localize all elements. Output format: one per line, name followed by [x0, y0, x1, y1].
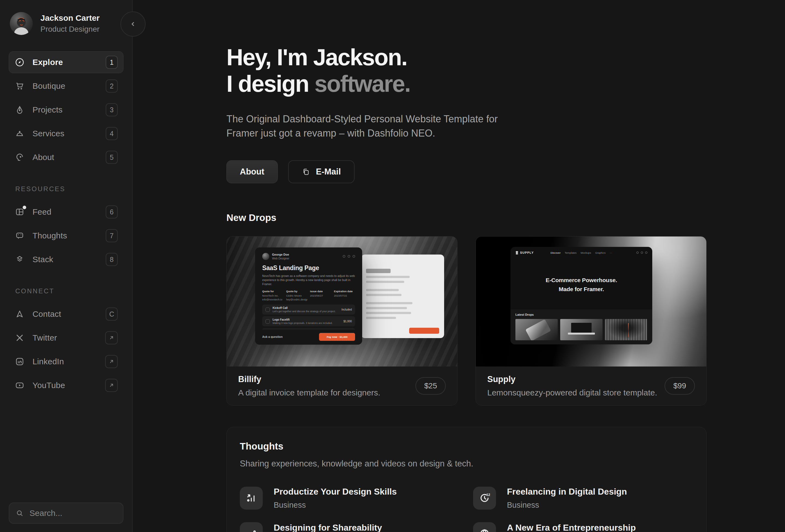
- about-button-label: About: [240, 167, 264, 177]
- billify-card-footer: Billify A digital invoice template for d…: [227, 366, 457, 405]
- thought-title: Designing for Shareability: [274, 523, 382, 532]
- compass-icon: [15, 57, 25, 68]
- sidebar-item-stack[interactable]: Stack 8: [9, 249, 124, 270]
- meta-label: Issue date: [310, 290, 331, 293]
- thought-title: A New Era of Entrepreneurship: [507, 523, 636, 532]
- resources-nav: Feed 6 Thoughts 7 Stack 8: [9, 201, 124, 270]
- invoice-author-avatar: [262, 253, 269, 260]
- product-name: Billify: [238, 374, 415, 384]
- sidebar-item-explore[interactable]: Explore 1: [9, 51, 124, 73]
- sidebar-item-label: About: [32, 153, 106, 162]
- thought-item-freelancing[interactable]: 12 Freelancing in Digital Design Busines…: [473, 487, 693, 510]
- invoice-row: Kickoff Call Let's get together and disc…: [262, 305, 355, 314]
- supply-headline-line2: Made for Framer.: [510, 284, 652, 294]
- sidebar-item-twitter[interactable]: Twitter: [9, 327, 124, 349]
- feed-icon: [15, 207, 25, 217]
- email-button-label: E-Mail: [316, 167, 341, 177]
- sidebar-item-label: Twitter: [32, 333, 105, 343]
- line-item-desc: Let's get together and discuss the strat…: [273, 310, 336, 313]
- profile-name: Jackson Carter: [41, 14, 100, 23]
- product-name: Supply: [487, 374, 664, 384]
- meta-value: Cédric Moore: [286, 294, 308, 298]
- search-bar[interactable]: S: [9, 503, 124, 524]
- chart-growth-icon: [240, 487, 263, 510]
- shortcut-badge: 2: [106, 79, 118, 93]
- search-input[interactable]: [29, 508, 135, 518]
- supply-headline-line1: E-Commerce Powerhouse.: [510, 276, 652, 285]
- hero-line2-white: I design: [226, 71, 309, 97]
- supply-logo: SUPPLY: [515, 251, 534, 255]
- shortcut-badge: C: [106, 307, 118, 321]
- avatar: [10, 12, 33, 35]
- product-card-supply[interactable]: SUPPLY Discover Templates Mockups Graphi…: [476, 236, 707, 406]
- thought-item-productize[interactable]: Productize Your Design Skills Business: [240, 487, 460, 510]
- sidebar-item-boutique[interactable]: Boutique 2: [9, 75, 124, 97]
- profile[interactable]: Jackson Carter Product Designer: [9, 12, 124, 35]
- thought-item-entrepreneurship[interactable]: A New Era of Entrepreneurship: [473, 522, 693, 532]
- invoice-footer: Ask a question Pay now · $3,400: [255, 330, 362, 345]
- supply-card-footer: Supply Lemonsqueezy-powered digital stor…: [476, 366, 706, 405]
- sidebar-item-about[interactable]: About 5: [9, 146, 124, 168]
- pen-nib-icon: [15, 105, 25, 115]
- thoughts-section: Thoughts Sharing experiences, knowledge …: [226, 427, 707, 532]
- supply-headline: E-Commerce Powerhouse. Made for Framer.: [510, 276, 652, 294]
- line-item-icon: [265, 307, 270, 312]
- hero-line2-gray: software.: [314, 71, 410, 97]
- feed-notification-dot: [23, 206, 26, 209]
- about-button[interactable]: About: [226, 160, 278, 183]
- email-button[interactable]: E-Mail: [288, 160, 355, 183]
- sidebar-item-linkedin[interactable]: LinkedIn: [9, 351, 124, 373]
- sidebar-item-feed[interactable]: Feed 6: [9, 201, 124, 223]
- sidebar-item-label: Stack: [32, 255, 106, 264]
- thought-item-shareability[interactable]: Designing for Shareability: [240, 522, 460, 532]
- resources-section-label: RESOURCES: [15, 185, 124, 193]
- invoice-row: Logo Facelift Making 3 new logo proposal…: [262, 316, 355, 326]
- product-price-badge: $99: [664, 377, 695, 395]
- sidebar-item-label: Thoughts: [32, 231, 106, 240]
- invoice-description: NovoTech has grown as a software company…: [262, 274, 355, 286]
- profile-text: Jackson Carter Product Designer: [41, 14, 100, 33]
- product-card-billify[interactable]: George Doe Web Designer SaaS Landing Pag…: [226, 236, 457, 406]
- invoice-question-link: Ask a question: [262, 335, 283, 338]
- billify-preview-image: George Doe Web Designer SaaS Landing Pag…: [227, 236, 457, 366]
- meta-label: Expiration date: [334, 290, 355, 293]
- supply-preview-image: SUPPLY Discover Templates Mockups Graphi…: [476, 236, 706, 366]
- supply-logo-text: SUPPLY: [520, 251, 534, 254]
- sidebar-item-thoughts[interactable]: Thoughts 7: [9, 225, 124, 247]
- supply-nav-item: Mockups: [581, 251, 591, 254]
- primary-nav: Explore 1 Boutique 2 Projects 3: [9, 51, 124, 168]
- trend-line-icon: [240, 522, 263, 532]
- billify-light-cta: [409, 328, 439, 334]
- svg-text:12: 12: [486, 493, 490, 497]
- main-content: Hey, I'm Jackson. I design software. The…: [133, 0, 785, 532]
- sidebar-item-label: Contact: [32, 309, 106, 319]
- external-link-icon: [105, 355, 118, 368]
- sidebar-item-contact[interactable]: Contact C: [9, 303, 124, 325]
- supply-latest-drops: Latest Drops: [510, 309, 652, 345]
- sidebar-collapse-button[interactable]: [121, 11, 146, 36]
- shortcut-badge: 8: [106, 253, 118, 266]
- line-item-price: Included: [341, 308, 352, 311]
- supply-nav-item: Templates: [565, 251, 577, 254]
- globe-icon: [473, 522, 496, 532]
- external-link-icon: [105, 331, 118, 345]
- sidebar-item-projects[interactable]: Projects 3: [9, 99, 124, 121]
- copy-icon: [302, 168, 310, 176]
- chevron-left-icon: [128, 19, 138, 29]
- new-drops-title: New Drops: [226, 212, 785, 223]
- sidebar-item-youtube[interactable]: YouTube: [9, 374, 124, 396]
- meta-value: info@novotech.io: [262, 298, 283, 302]
- supply-social-icons: [636, 252, 647, 254]
- shortcut-badge: 4: [106, 127, 118, 140]
- bell-icon: [15, 128, 25, 139]
- face-icon: [15, 152, 25, 162]
- connect-section-label: CONNECT: [15, 287, 124, 295]
- paper-plane-icon: [15, 309, 25, 319]
- sidebar-item-services[interactable]: Services 4: [9, 123, 124, 145]
- meta-value: 2023/06/27: [310, 294, 331, 298]
- new-drops-cards: George Doe Web Designer SaaS Landing Pag…: [226, 236, 785, 406]
- supply-thumb-portrait: [605, 319, 647, 340]
- supply-header: SUPPLY Discover Templates Mockups Graphi…: [510, 247, 652, 259]
- line-item-name: Logo Facelift: [273, 318, 333, 321]
- line-item-desc: Making 3 new logo proposals. 3 iteration…: [273, 322, 333, 325]
